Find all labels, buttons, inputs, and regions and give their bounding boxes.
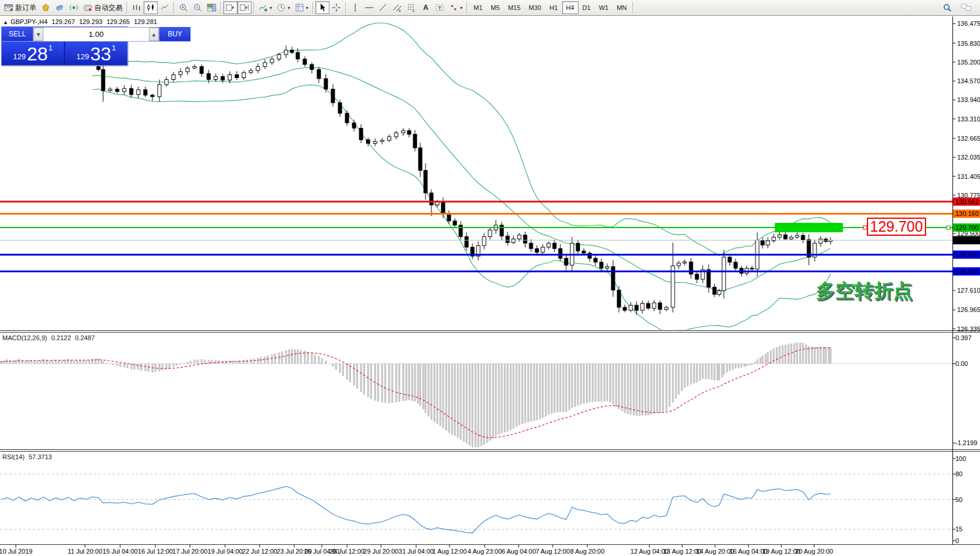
line-chart-button[interactable]: [158, 1, 172, 14]
zoom-out-button[interactable]: [190, 1, 205, 14]
timeframe-group: M1M5M15M30H1H4D1W1MN: [469, 1, 631, 14]
toolbar-separator: [253, 2, 254, 13]
search-button[interactable]: [940, 1, 955, 14]
time-axis-label: 17 Jul 20:00: [172, 548, 207, 555]
ohlc-open: 129.267: [52, 18, 75, 25]
price-axis[interactable]: 136.475135.830135.200134.570133.940133.3…: [952, 20, 980, 544]
buy-button[interactable]: BUY: [159, 27, 190, 42]
crosshair-button[interactable]: [329, 1, 343, 14]
bar-chart-button[interactable]: [130, 1, 144, 14]
ohlc-high: 129.293: [79, 18, 103, 25]
trendline-icon: [379, 3, 388, 12]
chinese-annotation-text[interactable]: 多空转折点: [816, 278, 913, 304]
vertical-line-button[interactable]: [348, 1, 362, 14]
rsi-panel[interactable]: [0, 474, 952, 533]
zoom-in-button[interactable]: [176, 1, 190, 14]
fibonacci-button[interactable]: F: [404, 1, 418, 14]
price-axis-label: 135.830: [957, 40, 980, 47]
volume-increase-button[interactable]: ▲: [149, 28, 159, 41]
mt4-window: 新订单 自动交易: [0, 0, 980, 556]
chat-icon: [961, 3, 972, 12]
toolbar-separator: [220, 2, 222, 13]
cursor-icon: [318, 3, 327, 12]
chat-button[interactable]: [958, 1, 975, 14]
dropdown-caret: ▾: [288, 5, 290, 11]
market-watch-button[interactable]: [39, 1, 53, 14]
price-axis-label: 132.035: [957, 154, 980, 161]
channel-icon: E: [393, 3, 402, 12]
text-label-icon: T: [435, 3, 444, 12]
sell-button[interactable]: SELL: [2, 27, 33, 42]
text-label-button[interactable]: T: [433, 1, 447, 14]
timeframe-D1[interactable]: D1: [579, 1, 595, 14]
timeframe-H1[interactable]: H1: [545, 1, 562, 14]
price-axis-label: 134.570: [957, 77, 980, 84]
toolbar-separator: [467, 2, 468, 13]
price-axis-label: 136.475: [957, 20, 980, 27]
symbol-info-line: ▲GBPJPY-,H4129.267129.293129.265129.281: [3, 18, 161, 25]
price-badge-label: 130.562: [955, 198, 979, 205]
autotrading-button[interactable]: 自动交易: [81, 1, 125, 14]
volume-input[interactable]: [43, 28, 149, 41]
timeframe-M1[interactable]: M1: [469, 1, 486, 14]
tile-windows-button[interactable]: [205, 1, 219, 14]
signal-icon: [69, 3, 79, 12]
indicators-button[interactable]: ▾: [256, 1, 274, 14]
arrows-button[interactable]: ▾: [447, 1, 465, 14]
auto-scroll-icon: [226, 3, 235, 12]
text-button[interactable]: A: [418, 1, 433, 14]
volume-stepper: ▼ ▲: [33, 27, 159, 42]
channel-button[interactable]: E: [390, 1, 404, 14]
periods-button[interactable]: ▾: [274, 1, 292, 14]
trendline-button[interactable]: [376, 1, 390, 14]
templates-button[interactable]: ▾: [292, 1, 311, 14]
new-order-button[interactable]: 新订单: [2, 1, 39, 14]
price-axis-label: 132.665: [957, 135, 980, 142]
time-axis-label: 26 Jul 12:00: [329, 548, 365, 555]
toolbar: 新订单 自动交易: [0, 0, 980, 16]
timeframe-M5[interactable]: M5: [486, 1, 503, 14]
auto-scroll-button[interactable]: [223, 1, 237, 14]
macd-panel[interactable]: [0, 343, 952, 447]
time-axis-label: 6 Aug 04:00: [502, 548, 536, 555]
chart-shift-button[interactable]: [237, 1, 251, 14]
rsi-name: RSI(14): [2, 453, 25, 460]
sell-price-sup: 1: [49, 43, 53, 52]
time-axis[interactable]: 10 Jul 201911 Jul 20:0015 Jul 04:0016 Ju…: [0, 545, 833, 555]
buy-price[interactable]: 129331: [65, 42, 127, 65]
time-axis-label: 16 Jul 12:00: [138, 548, 173, 555]
timeframe-M30[interactable]: M30: [525, 1, 545, 14]
time-axis-label: 22 Jul 12:00: [242, 548, 277, 555]
fibonacci-icon: F: [407, 3, 416, 12]
horizontal-line-button[interactable]: [362, 1, 376, 14]
price-axis-label: 127.610: [957, 287, 980, 294]
volume-decrease-button[interactable]: ▼: [33, 28, 43, 41]
line-anchor-marker[interactable]: [947, 226, 950, 229]
price-level-callout[interactable]: 129.700: [867, 218, 926, 236]
rsi-value: 57.3713: [29, 453, 52, 460]
sell-price[interactable]: 129281: [2, 42, 64, 65]
cursor-button[interactable]: [315, 1, 329, 14]
one-click-trading-panel: SELL ▼ ▲ BUY 129281 129331: [1, 26, 128, 66]
autotrading-label: 自动交易: [94, 3, 122, 13]
green-zone-rectangle[interactable]: [775, 223, 843, 232]
symbol-name: GBPJPY-,H4: [11, 18, 47, 25]
timeframe-H4[interactable]: H4: [562, 1, 579, 14]
timeframe-M15[interactable]: M15: [504, 1, 525, 14]
main-chart-area[interactable]: [0, 23, 952, 331]
crosshair-icon: [332, 3, 341, 12]
macd-scale-label: -1.2199: [955, 439, 977, 446]
timeframe-MN[interactable]: MN: [612, 1, 631, 14]
collapse-arrow-icon[interactable]: ▲: [3, 19, 8, 25]
macd-indicator-label: MACD(12,26,9)0.21220.2487: [2, 334, 99, 341]
time-axis-label: 11 Jul 20:00: [67, 548, 102, 555]
time-axis-label: 14 Aug 20:00: [696, 548, 734, 555]
candlestick-chart-button[interactable]: [144, 1, 158, 14]
text-icon: A: [421, 3, 430, 12]
timeframe-W1[interactable]: W1: [595, 1, 613, 14]
bar-chart-icon: [132, 3, 141, 12]
dropdown-caret: ▾: [270, 5, 272, 11]
community-button[interactable]: [53, 1, 67, 14]
signals-button[interactable]: [67, 1, 81, 14]
candlestick-chart-icon: [146, 3, 155, 12]
